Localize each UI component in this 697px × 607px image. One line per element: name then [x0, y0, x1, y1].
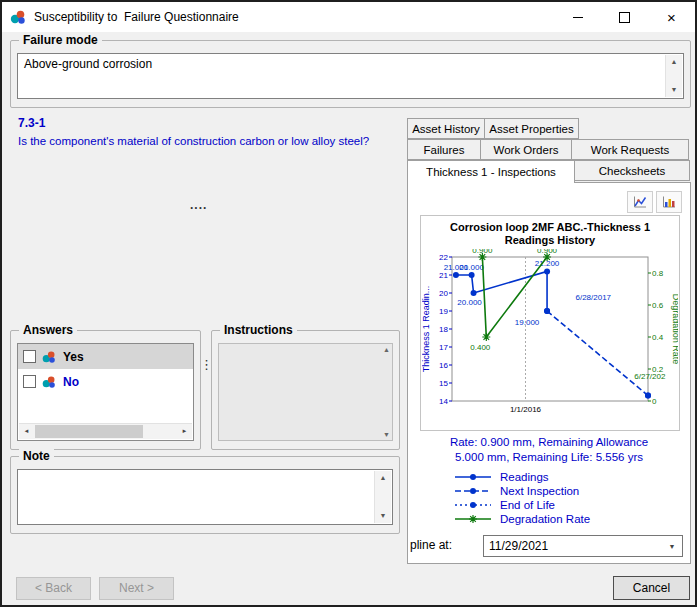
spline-date-combobox[interactable]: 11/29/2021 ▼ [483, 535, 683, 557]
spline-row: pline at: 11/29/2021 ▼ [408, 534, 684, 558]
titlebar: Susceptibility to Failure Questionnaire … [2, 2, 695, 32]
chart-title-line2: Readings History [421, 234, 679, 247]
spline-label: pline at: [410, 538, 452, 552]
svg-text:0.8: 0.8 [652, 269, 664, 278]
tab-panel: Corrosion loop 2MF ABC.-Thickness 1 Read… [407, 182, 691, 564]
svg-text:20: 20 [439, 289, 448, 298]
svg-text:0.6: 0.6 [652, 301, 664, 310]
scroll-left-icon[interactable]: ◄ [19, 424, 34, 439]
scroll-down-icon[interactable]: ▼ [666, 83, 682, 97]
scroll-down-icon[interactable]: ▼ [383, 431, 390, 438]
splitter-dots-horizontal[interactable]: .... [190, 198, 207, 212]
chart-plot: 1/1/20162221201918171615140.80.60.40.20T… [422, 249, 678, 421]
chart-legend: Readings Next Inspection End of Life Deg… [454, 470, 590, 526]
note-field[interactable]: ▲ ▼ [17, 469, 393, 525]
close-button[interactable]: × [648, 2, 695, 32]
legend-marker-next-inspection [454, 485, 492, 497]
answers-list: Yes No ◄ ► [17, 343, 194, 441]
answers-horizontal-scrollbar[interactable]: ◄ ► [19, 423, 192, 439]
svg-text:0.400: 0.400 [470, 343, 491, 352]
maximize-button[interactable] [601, 2, 648, 32]
tab-work-orders[interactable]: Work Orders [480, 139, 572, 160]
svg-text:0: 0 [652, 397, 657, 406]
scroll-up-icon[interactable]: ▲ [383, 346, 390, 353]
svg-text:21.000: 21.000 [459, 263, 484, 272]
svg-text:19.000: 19.000 [515, 318, 540, 327]
failure-mode-field[interactable]: Above-ground corrosion ▲ ▼ [17, 53, 684, 99]
failure-mode-label: Failure mode [19, 33, 102, 47]
svg-text:16: 16 [439, 361, 448, 370]
tab-work-requests[interactable]: Work Requests [571, 139, 689, 160]
answers-label: Answers [19, 323, 77, 337]
svg-text:22: 22 [439, 253, 448, 262]
chart-summary-line1: Rate: 0.900 mm, Remaining Allowance [408, 435, 690, 450]
tab-asset-history[interactable]: Asset History [407, 118, 485, 139]
tab-thickness-inspections[interactable]: Thickness 1 - Inspections [407, 160, 575, 183]
answer-flag-icon [42, 375, 56, 389]
svg-text:6/28/2017: 6/28/2017 [575, 293, 611, 302]
failure-mode-value: Above-ground corrosion [18, 54, 683, 74]
answer-checkbox-yes[interactable] [23, 350, 36, 363]
dialog-window: Susceptibility to Failure Questionnaire … [0, 0, 697, 607]
svg-text:0.900: 0.900 [472, 249, 493, 255]
note-label: Note [19, 449, 54, 463]
back-button[interactable]: < Back [16, 577, 91, 600]
failure-mode-group: Failure mode Above-ground corrosion ▲ ▼ [10, 40, 691, 108]
bar-chart-icon [661, 194, 677, 210]
legend-item-degradation-rate: Degradation Rate [454, 512, 590, 526]
chart-summary-line2: 5.000 mm, Remaining Life: 5.556 yrs [408, 450, 690, 465]
scrollbar-thumb[interactable] [35, 425, 143, 438]
instructions-field[interactable]: ▲ ▼ [218, 343, 393, 441]
svg-text:6/27/202: 6/27/202 [634, 372, 666, 381]
legend-item-next-inspection: Next Inspection [454, 484, 590, 498]
scroll-right-icon[interactable]: ► [177, 424, 192, 439]
note-scrollbar[interactable]: ▲ ▼ [374, 471, 391, 523]
minimize-button[interactable] [554, 2, 601, 32]
legend-item-end-of-life: End of Life [454, 498, 590, 512]
svg-text:18: 18 [439, 325, 448, 334]
cancel-button[interactable]: Cancel [613, 576, 690, 600]
spline-date-value: 11/29/2021 [489, 539, 548, 553]
answer-flag-icon [42, 350, 56, 364]
answers-group: Answers Yes [10, 330, 201, 450]
answer-row-no[interactable]: No [18, 369, 193, 394]
thickness-chart: Corrosion loop 2MF ABC.-Thickness 1 Read… [420, 215, 680, 431]
scroll-up-icon[interactable]: ▲ [375, 471, 391, 485]
tab-checksheets[interactable]: Checksheets [574, 160, 690, 181]
chart-summary: Rate: 0.900 mm, Remaining Allowance 5.00… [408, 435, 690, 465]
legend-marker-end-of-life [454, 499, 492, 511]
minimize-icon [573, 17, 583, 18]
legend-item-readings: Readings [454, 470, 590, 484]
line-chart-tool-button[interactable] [627, 191, 653, 213]
svg-text:0.900: 0.900 [537, 249, 558, 255]
question-text: Is the component's material of construct… [18, 135, 369, 147]
note-group: Note ▲ ▼ [10, 456, 400, 534]
chart-toolbar [627, 191, 682, 213]
window-title: Susceptibility to Failure Questionnaire [34, 10, 239, 24]
chart-title-line1: Corrosion loop 2MF ABC.-Thickness 1 [421, 221, 679, 234]
failure-mode-scrollbar[interactable]: ▲ ▼ [665, 55, 682, 97]
combo-dropdown-icon[interactable]: ▼ [663, 537, 681, 555]
line-chart-icon [632, 194, 648, 210]
answer-label-yes: Yes [63, 350, 84, 364]
svg-text:19: 19 [439, 307, 448, 316]
instructions-group: Instructions ▲ ▼ [211, 330, 400, 450]
scroll-up-icon[interactable]: ▲ [666, 55, 682, 69]
next-button[interactable]: Next > [99, 577, 174, 600]
tab-strip: Asset History Asset Properties Failures … [407, 118, 691, 183]
instructions-label: Instructions [220, 323, 297, 337]
answer-checkbox-no[interactable] [23, 375, 36, 388]
tab-asset-properties[interactable]: Asset Properties [484, 118, 579, 139]
answer-row-yes[interactable]: Yes [18, 344, 193, 369]
window-controls: × [554, 2, 695, 32]
tab-failures[interactable]: Failures [407, 139, 481, 160]
svg-text:15: 15 [439, 379, 448, 388]
svg-text:1/1/2016: 1/1/2016 [510, 405, 542, 414]
legend-marker-degradation-rate [454, 513, 492, 525]
svg-text:14: 14 [439, 397, 448, 406]
scroll-down-icon[interactable]: ▼ [375, 509, 391, 523]
maximize-icon [619, 12, 630, 23]
svg-text:21: 21 [439, 271, 448, 280]
bar-chart-tool-button[interactable] [656, 191, 682, 213]
answer-label-no: No [63, 375, 79, 389]
